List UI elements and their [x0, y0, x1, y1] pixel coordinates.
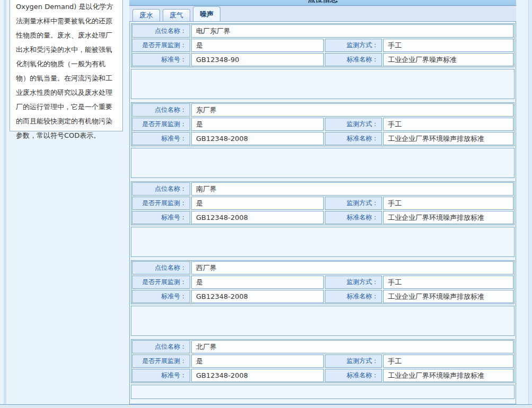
standard-name-value: 工业企业厂界噪声标准	[383, 53, 513, 66]
field-label-monitored: 是否开展监测：	[132, 118, 190, 131]
point-name-value: 电厂东厂界	[191, 24, 513, 38]
field-label-monitored: 是否开展监测：	[132, 354, 190, 368]
field-label-monitored: 是否开展监测：	[132, 39, 190, 52]
section-spacer	[131, 306, 515, 336]
field-label-monitored: 是否开展监测：	[132, 276, 190, 289]
field-label-standard-name: 标准名称：	[325, 211, 382, 224]
standard-name-value: 工业企业厂界环境噪声排放标准	[383, 369, 513, 382]
method-value: 手工	[383, 354, 513, 368]
point-info-table: 点位名称： 电厂东厂界 是否开展监测： 是 监测方式： 手工 标准号： GB12…	[131, 23, 515, 67]
monitored-value: 是	[191, 354, 324, 368]
field-label-standard-name: 标准名称：	[325, 53, 382, 66]
standard-no-value: GB12348-90	[191, 53, 324, 66]
field-label-standard-name: 标准名称：	[325, 132, 382, 145]
field-label-point-name: 点位名称：	[132, 24, 190, 38]
field-label-standard-no: 标准号：	[132, 369, 190, 382]
section-spacer	[131, 69, 515, 99]
field-label-monitored: 是否开展监测：	[132, 197, 190, 210]
point-name-value: 北厂界	[191, 340, 513, 353]
section-spacer	[131, 148, 515, 178]
field-label-method: 监测方式：	[325, 39, 382, 52]
field-label-standard-no: 标准号：	[132, 132, 190, 145]
monitored-value: 是	[191, 118, 324, 131]
point-name-value: 西厂界	[191, 261, 513, 274]
tab-noise[interactable]: 噪声	[193, 6, 220, 21]
field-label-standard-no: 标准号：	[132, 211, 190, 224]
field-label-point-name: 点位名称：	[132, 340, 190, 353]
point-info-table: 点位名称： 南厂界 是否开展监测： 是 监测方式： 手工 标准号： GB1234…	[131, 181, 515, 225]
field-label-standard-name: 标准名称：	[325, 369, 382, 382]
standard-no-value: GB12348-2008	[191, 290, 324, 303]
field-label-point-name: 点位名称：	[132, 261, 190, 274]
page-left-accent-stripe	[4, 0, 6, 408]
standard-no-value: GB12348-2008	[191, 132, 324, 145]
point-info-table: 点位名称： 西厂界 是否开展监测： 是 监测方式： 手工 标准号： GB1234…	[131, 260, 515, 304]
monitored-value: 是	[191, 39, 324, 52]
section-spacer	[131, 385, 515, 399]
field-label-standard-no: 标准号：	[132, 53, 190, 66]
section-spacer	[131, 227, 515, 257]
field-label-point-name: 点位名称：	[132, 182, 190, 196]
method-value: 手工	[383, 39, 513, 52]
point-info-content: 点位名称： 电厂东厂界 是否开展监测： 是 监测方式： 手工 标准号： GB12…	[129, 21, 516, 404]
monitored-value: 是	[191, 197, 324, 210]
method-value: 手工	[383, 118, 513, 131]
field-label-method: 监测方式：	[325, 118, 382, 131]
panel-title: 点位信息	[308, 0, 338, 3]
page-bottom-bar	[0, 404, 532, 408]
cod-description: Oxygen Demand) 是以化学方法测量水样中需要被氧化的还原性物质的量。…	[16, 0, 117, 143]
monitoring-point-section-2: 点位名称： 东厂界 是否开展监测： 是 监测方式： 手工 标准号： GB1234…	[131, 102, 515, 178]
field-label-standard-name: 标准名称：	[325, 290, 382, 303]
monitoring-point-section-1: 点位名称： 电厂东厂界 是否开展监测： 是 监测方式： 手工 标准号： GB12…	[131, 23, 515, 99]
method-value: 手工	[383, 197, 513, 210]
tab-waste-gas[interactable]: 废气	[163, 9, 190, 21]
field-label-method: 监测方式：	[325, 197, 382, 210]
page-right-accent-stripe	[528, 0, 532, 408]
monitoring-point-section-4: 点位名称： 西厂界 是否开展监测： 是 监测方式： 手工 标准号： GB1234…	[131, 260, 515, 336]
point-info-table: 点位名称： 北厂界 是否开展监测： 是 监测方式： 手工 标准号： GB1234…	[131, 339, 515, 383]
tab-bar: 废水 废气 噪声	[129, 6, 516, 21]
cod-info-panel: Oxygen Demand) 是以化学方法测量水样中需要被氧化的还原性物质的量。…	[10, 0, 123, 131]
field-label-standard-no: 标准号：	[132, 290, 190, 303]
panel-header: 点位信息	[129, 0, 516, 6]
standard-name-value: 工业企业厂界环境噪声排放标准	[383, 290, 513, 303]
standard-no-value: GB12348-2008	[191, 211, 324, 224]
point-name-value: 南厂界	[191, 182, 513, 196]
standard-name-value: 工业企业厂界环境噪声排放标准	[383, 132, 513, 145]
monitored-value: 是	[191, 276, 324, 289]
field-label-method: 监测方式：	[325, 276, 382, 289]
standard-name-value: 工业企业厂界环境噪声排放标准	[383, 211, 513, 224]
tab-wastewater[interactable]: 废水	[132, 9, 160, 21]
point-info-table: 点位名称： 东厂界 是否开展监测： 是 监测方式： 手工 标准号： GB1234…	[131, 102, 515, 146]
monitoring-point-section-5: 点位名称： 北厂界 是否开展监测： 是 监测方式： 手工 标准号： GB1234…	[131, 339, 515, 399]
field-label-method: 监测方式：	[325, 354, 382, 368]
standard-no-value: GB12348-2008	[191, 369, 324, 382]
point-name-value: 东厂界	[191, 103, 513, 117]
monitoring-point-section-3: 点位名称： 南厂界 是否开展监测： 是 监测方式： 手工 标准号： GB1234…	[131, 181, 515, 257]
method-value: 手工	[383, 276, 513, 289]
field-label-point-name: 点位名称：	[132, 103, 190, 117]
